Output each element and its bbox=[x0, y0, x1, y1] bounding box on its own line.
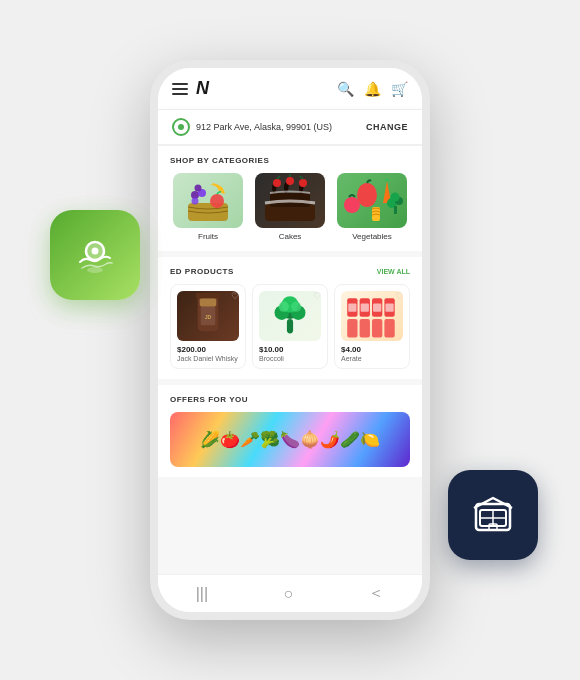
product-whisky[interactable]: ♡ JD $200.00 J bbox=[170, 284, 246, 369]
nav-back-button[interactable]: ＜ bbox=[368, 583, 384, 604]
whisky-image: JD bbox=[177, 291, 239, 341]
categories-section: SHOP BY CATEGORIES bbox=[158, 146, 422, 251]
svg-rect-44 bbox=[348, 304, 356, 312]
broccoli-image bbox=[259, 291, 321, 341]
svg-point-6 bbox=[195, 185, 202, 192]
offers-header: OFFERS FOR YOU bbox=[170, 395, 410, 404]
broccoli-name: Broccoli bbox=[259, 355, 321, 362]
scene: N 🔍 🔔 🛒 912 Park Ave, Alaska, 99901 (US)… bbox=[0, 0, 580, 680]
location-indicator bbox=[172, 118, 190, 136]
store-icon bbox=[468, 490, 518, 540]
svg-line-16 bbox=[300, 176, 303, 179]
nav-home-button[interactable]: ○ bbox=[283, 585, 293, 603]
svg-point-33 bbox=[279, 302, 289, 312]
svg-point-13 bbox=[299, 179, 307, 187]
svg-point-12 bbox=[286, 177, 294, 185]
top-bar-right: 🔍 🔔 🛒 bbox=[337, 81, 408, 97]
view-all-button[interactable]: VIEW ALL bbox=[377, 268, 410, 275]
fruits-label: Fruits bbox=[198, 232, 218, 241]
float-store-icon[interactable] bbox=[448, 470, 538, 560]
address-bar: 912 Park Ave, Alaska, 99901 (US) CHANGE bbox=[158, 110, 422, 146]
address-left: 912 Park Ave, Alaska, 99901 (US) bbox=[172, 118, 332, 136]
svg-rect-40 bbox=[347, 319, 357, 338]
featured-title: ED PRODUCTS bbox=[170, 267, 234, 276]
vegetables-label: Vegetables bbox=[352, 232, 392, 241]
svg-point-11 bbox=[273, 179, 281, 187]
bottom-nav: ||| ○ ＜ bbox=[158, 574, 422, 612]
categories-title: SHOP BY CATEGORIES bbox=[170, 156, 269, 165]
top-bar: N 🔍 🔔 🛒 bbox=[158, 68, 422, 110]
featured-header: ED PRODUCTS VIEW ALL bbox=[170, 267, 410, 276]
svg-text:JD: JD bbox=[205, 314, 212, 320]
svg-point-7 bbox=[192, 198, 199, 205]
svg-rect-35 bbox=[287, 319, 293, 333]
category-fruits[interactable]: Fruits bbox=[170, 173, 246, 241]
category-cakes[interactable]: Cakes bbox=[252, 173, 328, 241]
whisky-name: Jack Daniel Whisky bbox=[177, 355, 239, 362]
svg-rect-25 bbox=[200, 298, 217, 306]
wishlist-broccoli-button[interactable]: ♡ bbox=[313, 291, 321, 301]
vegetables-image bbox=[337, 173, 407, 228]
svg-point-34 bbox=[291, 302, 301, 312]
aerate-name: Aerate bbox=[341, 355, 403, 362]
bottles-image bbox=[341, 291, 403, 341]
cart-icon[interactable]: 🛒 bbox=[391, 81, 408, 97]
location-map-icon bbox=[72, 232, 118, 278]
svg-rect-22 bbox=[394, 206, 397, 214]
offers-title: OFFERS FOR YOU bbox=[170, 395, 248, 404]
address-text: 912 Park Ave, Alaska, 99901 (US) bbox=[196, 122, 332, 132]
hamburger-menu-button[interactable] bbox=[172, 83, 188, 95]
cakes-label: Cakes bbox=[279, 232, 302, 241]
top-bar-left: N bbox=[172, 78, 209, 99]
product-aerate[interactable]: ♡ bbox=[334, 284, 410, 369]
broccoli-price: $10.00 bbox=[259, 345, 321, 354]
phone-screen: N 🔍 🔔 🛒 912 Park Ave, Alaska, 99901 (US)… bbox=[158, 68, 422, 612]
float-location-icon[interactable] bbox=[50, 210, 140, 300]
svg-rect-42 bbox=[372, 319, 382, 338]
notification-icon[interactable]: 🔔 bbox=[364, 81, 381, 97]
svg-point-1 bbox=[92, 248, 99, 255]
svg-point-21 bbox=[391, 193, 400, 202]
offers-banner[interactable]: 🌽🍅🥕🥦🍆🧅🌶️🥒🍋 bbox=[170, 412, 410, 467]
cakes-image bbox=[255, 173, 325, 228]
aerate-price: $4.00 bbox=[341, 345, 403, 354]
svg-rect-26 bbox=[196, 293, 221, 298]
svg-point-8 bbox=[210, 194, 224, 208]
featured-section: ED PRODUCTS VIEW ALL ♡ bbox=[158, 257, 422, 379]
svg-rect-45 bbox=[361, 304, 369, 312]
svg-point-17 bbox=[357, 183, 377, 207]
app-logo: N bbox=[196, 78, 209, 99]
svg-point-2 bbox=[87, 267, 103, 273]
svg-point-18 bbox=[344, 197, 360, 213]
category-vegetables[interactable]: Vegetables bbox=[334, 173, 410, 241]
scroll-content: SHOP BY CATEGORIES bbox=[158, 146, 422, 574]
wishlist-whisky-button[interactable]: ♡ bbox=[231, 291, 239, 301]
phone-shell: N 🔍 🔔 🛒 912 Park Ave, Alaska, 99901 (US)… bbox=[150, 60, 430, 620]
svg-line-14 bbox=[277, 176, 280, 179]
whisky-price: $200.00 bbox=[177, 345, 239, 354]
offers-banner-content: 🌽🍅🥕🥦🍆🧅🌶️🥒🍋 bbox=[170, 412, 410, 467]
svg-rect-46 bbox=[373, 304, 381, 312]
svg-rect-43 bbox=[384, 319, 394, 338]
svg-rect-47 bbox=[385, 304, 393, 312]
categories-header: SHOP BY CATEGORIES bbox=[170, 156, 410, 165]
category-grid: Fruits bbox=[170, 173, 410, 241]
fruits-image bbox=[173, 173, 243, 228]
products-grid: ♡ JD $200.00 J bbox=[170, 284, 410, 369]
wishlist-aerate-button[interactable]: ♡ bbox=[395, 291, 403, 301]
location-dot bbox=[178, 124, 184, 130]
offers-section: OFFERS FOR YOU 🌽🍅🥕🥦🍆🧅🌶️🥒🍋 bbox=[158, 385, 422, 477]
svg-rect-41 bbox=[360, 319, 370, 338]
product-broccoli[interactable]: ♡ bbox=[252, 284, 328, 369]
search-icon[interactable]: 🔍 bbox=[337, 81, 354, 97]
nav-menu-button[interactable]: ||| bbox=[196, 585, 208, 603]
change-address-button[interactable]: CHANGE bbox=[366, 122, 408, 132]
